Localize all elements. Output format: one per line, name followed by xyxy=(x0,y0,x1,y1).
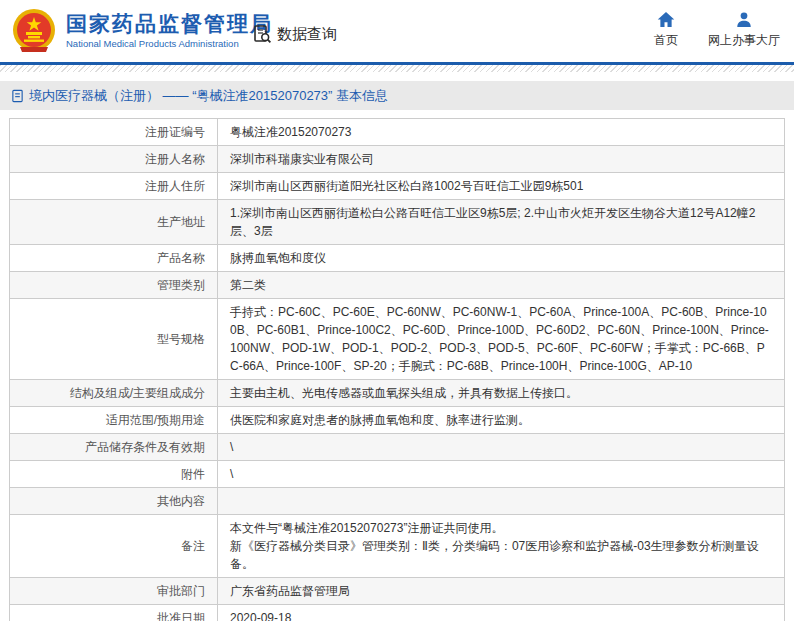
table-row: 批准日期 2020-09-18 xyxy=(10,605,785,621)
table-row: 审批部门 广东省药品监督管理局 xyxy=(10,578,785,605)
registration-info-table: 注册证编号 粤械注准20152070273 注册人名称 深圳市科瑞康实业有限公司… xyxy=(9,118,785,621)
home-icon xyxy=(657,11,675,28)
site-header: 国家药品监督管理局 National Medical Products Admi… xyxy=(0,0,794,62)
row-value: 深圳市南山区西丽街道阳光社区松白路1002号百旺信工业园9栋501 xyxy=(218,173,785,200)
row-value: 第二类 xyxy=(218,272,785,299)
row-value: 广东省药品监督管理局 xyxy=(218,578,785,605)
data-query-icon xyxy=(252,24,272,44)
row-label: 审批部门 xyxy=(10,578,218,605)
row-label: 产品名称 xyxy=(10,245,218,272)
nav-service-hall-label: 网上办事大厅 xyxy=(708,32,780,49)
row-label: 其他内容 xyxy=(10,488,218,515)
row-label: 附件 xyxy=(10,461,218,488)
row-value: 手持式：PC-60C、PC-60E、PC-60NW、PC-60NW-1、PC-6… xyxy=(218,299,785,380)
table-row: 备注 本文件与“粤械注准20152070273”注册证共同使用。 新《医疗器械分… xyxy=(10,515,785,578)
row-value: 粤械注准20152070273 xyxy=(218,119,785,146)
org-name-cn: 国家药品监督管理局 xyxy=(66,11,273,36)
page-title-bar: 境内医疗器械（注册） —— “粤械注准20152070273” 基本信息 xyxy=(0,81,794,110)
table-row: 注册人住所 深圳市南山区西丽街道阳光社区松白路1002号百旺信工业园9栋501 xyxy=(10,173,785,200)
row-label: 备注 xyxy=(10,515,218,578)
row-label: 管理类别 xyxy=(10,272,218,299)
table-row: 生产地址 1.深圳市南山区西丽街道松白公路百旺信工业区9栋5层; 2.中山市火炬… xyxy=(10,200,785,245)
row-value: 1.深圳市南山区西丽街道松白公路百旺信工业区9栋5层; 2.中山市火炬开发区生物… xyxy=(218,200,785,245)
row-value: 脉搏血氧饱和度仪 xyxy=(218,245,785,272)
row-label: 注册证编号 xyxy=(10,119,218,146)
row-value: 主要由主机、光电传感器或血氧探头组成，并具有数据上传接口。 xyxy=(218,380,785,407)
row-label: 注册人住所 xyxy=(10,173,218,200)
table-row: 产品名称 脉搏血氧饱和度仪 xyxy=(10,245,785,272)
row-label: 产品储存条件及有效期 xyxy=(10,434,218,461)
registration-info-table-wrap: 注册证编号 粤械注准20152070273 注册人名称 深圳市科瑞康实业有限公司… xyxy=(9,118,785,621)
page-title: 境内医疗器械（注册） —— “粤械注准20152070273” 基本信息 xyxy=(29,87,388,105)
row-value: \ xyxy=(218,434,785,461)
row-value: 本文件与“粤械注准20152070273”注册证共同使用。 新《医疗器械分类目录… xyxy=(218,515,785,578)
user-icon xyxy=(735,11,753,28)
row-value: 供医院和家庭对患者的脉搏血氧饱和度、脉率进行监测。 xyxy=(218,407,785,434)
table-row: 其他内容 xyxy=(10,488,785,515)
table-row: 管理类别 第二类 xyxy=(10,272,785,299)
org-name-en: National Medical Products Administration xyxy=(66,38,273,49)
nav-service-hall[interactable]: 网上办事大厅 xyxy=(708,11,780,49)
table-row: 产品储存条件及有效期 \ xyxy=(10,434,785,461)
document-icon xyxy=(11,89,24,103)
table-row: 型号规格 手持式：PC-60C、PC-60E、PC-60NW、PC-60NW-1… xyxy=(10,299,785,380)
row-value xyxy=(218,488,785,515)
table-row: 结构及组成/主要组成成分 主要由主机、光电传感器或血氧探头组成，并具有数据上传接… xyxy=(10,380,785,407)
row-label: 生产地址 xyxy=(10,200,218,245)
table-row: 附件 \ xyxy=(10,461,785,488)
row-label: 结构及组成/主要组成成分 xyxy=(10,380,218,407)
table-row: 注册人名称 深圳市科瑞康实业有限公司 xyxy=(10,146,785,173)
stripe-band xyxy=(0,65,794,72)
org-title-block: 国家药品监督管理局 National Medical Products Admi… xyxy=(66,11,273,49)
row-value: \ xyxy=(218,461,785,488)
row-label: 适用范围/预期用途 xyxy=(10,407,218,434)
row-value: 2020-09-18 xyxy=(218,605,785,621)
row-value: 深圳市科瑞康实业有限公司 xyxy=(218,146,785,173)
top-nav: 首页 网上办事大厅 xyxy=(654,11,780,49)
table-row: 注册证编号 粤械注准20152070273 xyxy=(10,119,785,146)
row-label: 注册人名称 xyxy=(10,146,218,173)
row-label: 批准日期 xyxy=(10,605,218,621)
data-query-button[interactable]: 数据查询 xyxy=(252,24,337,44)
table-row: 适用范围/预期用途 供医院和家庭对患者的脉搏血氧饱和度、脉率进行监测。 xyxy=(10,407,785,434)
nav-home[interactable]: 首页 xyxy=(654,11,678,49)
row-label: 型号规格 xyxy=(10,299,218,380)
data-query-label: 数据查询 xyxy=(277,25,337,44)
national-emblem-icon xyxy=(10,7,58,55)
nav-home-label: 首页 xyxy=(654,32,678,49)
